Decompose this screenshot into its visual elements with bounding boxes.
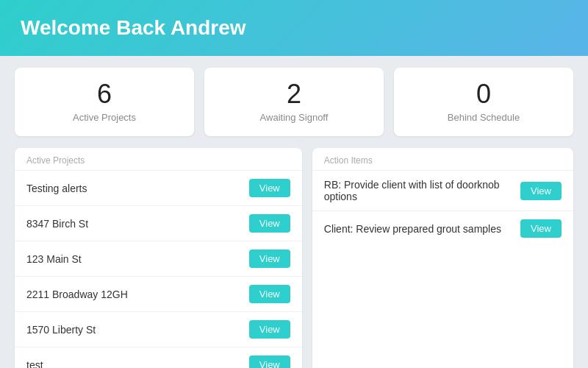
active-project-item: 8347 Birch St View	[15, 205, 302, 241]
active-project-view-button[interactable]: View	[249, 285, 290, 303]
active-projects-stat-number: 6	[26, 81, 182, 107]
awaiting-signoff-stat: 2 Awaiting Signoff	[204, 68, 384, 136]
awaiting-signoff-stat-label: Awaiting Signoff	[216, 112, 372, 123]
awaiting-signoff-stat-number: 2	[216, 81, 372, 107]
action-items-list: RB: Provide client with list of doorknob…	[312, 170, 573, 246]
action-item-label: RB: Provide client with list of doorknob…	[324, 179, 520, 202]
active-projects-panel: Active Projects Testing alerts View 8347…	[15, 148, 302, 368]
active-project-item: Testing alerts View	[15, 170, 302, 205]
action-item-label: Client: Review prepared grout samples	[324, 223, 501, 235]
active-project-label: 1570 Liberty St	[26, 324, 96, 336]
header: Welcome Back Andrew	[0, 0, 588, 56]
action-item-view-button[interactable]: View	[520, 182, 562, 200]
active-projects-stat-label: Active Projects	[26, 112, 182, 123]
active-projects-list: Testing alerts View 8347 Birch St View 1…	[15, 170, 302, 368]
main-content: 6 Active Projects 2 Awaiting Signoff 0 B…	[0, 56, 588, 368]
active-project-label: Testing alerts	[26, 183, 87, 194]
active-project-label: 2211 Broadway 12GH	[26, 289, 128, 300]
active-project-view-button[interactable]: View	[249, 250, 290, 268]
stats-row: 6 Active Projects 2 Awaiting Signoff 0 B…	[15, 68, 573, 136]
active-projects-stat: 6 Active Projects	[15, 68, 194, 136]
active-project-item: 1570 Liberty St View	[15, 311, 302, 347]
active-project-label: 123 Main St	[26, 253, 82, 265]
action-items-panel-header: Action Items	[312, 148, 573, 170]
active-project-view-button[interactable]: View	[249, 355, 290, 368]
action-item-view-button[interactable]: View	[520, 219, 562, 238]
action-item: Client: Review prepared grout samples Vi…	[312, 210, 573, 246]
active-project-label: 8347 Birch St	[26, 218, 88, 230]
behind-schedule-stat-label: Behind Schedule	[406, 112, 562, 123]
active-project-view-button[interactable]: View	[249, 320, 290, 339]
active-project-item: test View	[15, 347, 302, 368]
active-project-item: 123 Main St View	[15, 241, 302, 276]
welcome-heading: Welcome Back Andrew	[21, 16, 567, 40]
behind-schedule-stat-number: 0	[406, 81, 562, 107]
action-items-panel: Action Items RB: Provide client with lis…	[312, 148, 573, 368]
behind-schedule-stat: 0 Behind Schedule	[394, 68, 573, 136]
active-projects-panel-header: Active Projects	[15, 148, 302, 170]
active-project-view-button[interactable]: View	[249, 179, 290, 197]
active-project-label: test	[26, 359, 43, 369]
action-item: RB: Provide client with list of doorknob…	[312, 170, 573, 210]
bottom-row: Active Projects Testing alerts View 8347…	[15, 148, 573, 368]
active-project-item: 2211 Broadway 12GH View	[15, 276, 302, 311]
active-project-view-button[interactable]: View	[249, 214, 290, 233]
